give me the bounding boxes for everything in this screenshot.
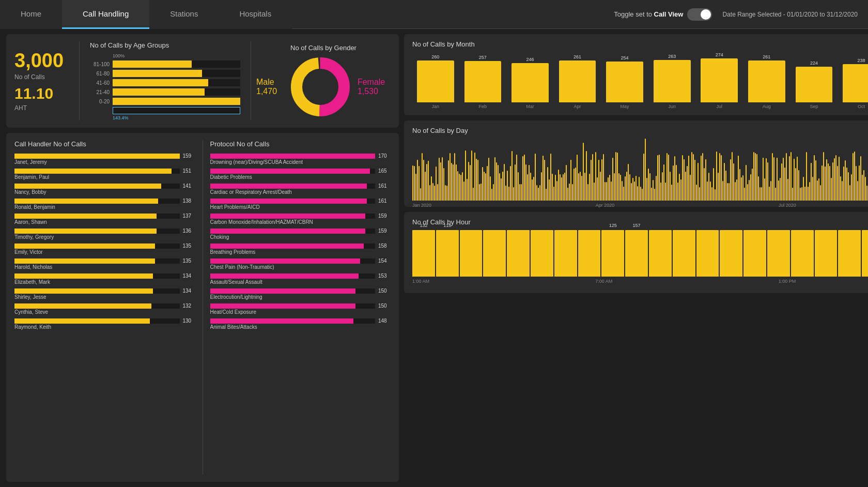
day-bar xyxy=(845,160,846,201)
day-axis-label: Jul 2020 xyxy=(779,203,796,208)
hour-bar xyxy=(673,230,695,277)
handler-item: 151 Benjamin, Paul xyxy=(14,168,195,180)
age-pct-label: 100% xyxy=(113,53,240,58)
day-bar xyxy=(851,174,852,201)
handler-bar-count: 137 xyxy=(183,213,195,219)
month-chart: 260 Jan 257 Feb 246 Mar 261 Apr 254 May … xyxy=(412,52,868,109)
day-bar xyxy=(783,158,784,201)
day-bar xyxy=(808,187,809,201)
handler-bar-row: 141 xyxy=(14,183,195,189)
tab-home[interactable]: Home xyxy=(0,0,62,29)
day-bar xyxy=(797,157,798,201)
day-bar xyxy=(724,163,725,201)
day-bar xyxy=(645,139,646,201)
month-bar xyxy=(654,60,691,102)
hour-bar xyxy=(815,230,838,277)
handler-item: 137 Aaron, Shawn xyxy=(14,213,195,225)
age-bar-bg xyxy=(113,60,240,68)
day-bar xyxy=(812,177,813,201)
day-bar xyxy=(699,187,700,201)
day-bar xyxy=(456,164,457,201)
day-bar xyxy=(670,172,671,201)
handler-bar-count: 151 xyxy=(183,168,195,174)
protocol-name: Assault/Sexual Assault xyxy=(210,279,391,285)
protocol-name: Carbon Monoxide/Inhalation/HAZMAT/CBRN xyxy=(210,219,391,225)
protocol-item: 154 Chest Pain (Non-Traumatic) xyxy=(210,258,391,270)
day-axis-label: Apr 2020 xyxy=(596,203,615,208)
protocol-name: Breathing Problems xyxy=(210,249,391,255)
day-bar xyxy=(481,184,482,201)
day-bar xyxy=(546,189,547,201)
protocol-bar-fill xyxy=(210,199,367,204)
hour-axis-label: 1:00 PM xyxy=(779,279,796,284)
toggle-knob xyxy=(701,9,711,20)
day-bar xyxy=(863,170,864,201)
hour-bar-wrap xyxy=(862,230,868,277)
day-bars xyxy=(412,139,868,201)
day-bar xyxy=(842,181,843,201)
hour-bar-wrap xyxy=(720,230,742,277)
day-bar xyxy=(758,176,759,201)
age-bar-row: 0-20 xyxy=(90,98,240,105)
handler-bar-fill xyxy=(14,229,157,234)
month-col: 254 May xyxy=(601,55,648,109)
tab-hospitals[interactable]: Hospitals xyxy=(219,0,292,29)
tab-call-handling[interactable]: Call Handling xyxy=(62,0,149,29)
day-bar xyxy=(806,152,807,201)
handler-bar-fill xyxy=(14,318,150,324)
hour-bar-wrap: 157 xyxy=(625,230,648,277)
day-bar xyxy=(591,160,592,201)
day-bar xyxy=(597,177,598,201)
day-axis-label: Jan 2020 xyxy=(412,203,431,208)
protocol-bar-fill xyxy=(210,258,361,264)
protocol-name: Electrocution/Lightning xyxy=(210,294,391,300)
day-bar xyxy=(814,155,815,201)
age-bars: 81-100 61-80 41-60 21-40 0-20 xyxy=(90,60,240,114)
day-bar xyxy=(608,177,609,201)
protocol-bar-fill xyxy=(210,303,355,309)
protocol-bar-count: 153 xyxy=(378,273,391,279)
month-value: 238 xyxy=(857,58,865,63)
day-bar xyxy=(643,154,644,201)
day-bar xyxy=(777,158,778,201)
protocol-bar-row: 150 xyxy=(210,303,391,309)
month-bar-wrap xyxy=(601,62,648,102)
day-bar xyxy=(518,172,519,201)
day-bar xyxy=(451,163,452,201)
nav-right: Toggle set to Call View Date Range Selec… xyxy=(614,8,868,21)
month-bar xyxy=(559,60,596,102)
day-bar xyxy=(786,153,787,201)
hour-bar-annotation: 118 xyxy=(443,223,451,228)
month-label: Jul xyxy=(717,104,723,109)
day-bar xyxy=(809,182,810,201)
day-bar xyxy=(671,185,672,201)
day-bar xyxy=(656,176,657,201)
tab-stations[interactable]: Stations xyxy=(149,0,219,29)
age-bar-fill xyxy=(113,79,208,86)
protocol-bar-count: 170 xyxy=(378,153,391,159)
day-bar xyxy=(594,182,595,201)
day-bar xyxy=(640,187,641,201)
day-bar xyxy=(445,185,446,201)
day-bar xyxy=(436,166,437,201)
day-bar xyxy=(470,165,471,201)
month-col: 238 Oct xyxy=(838,58,868,109)
age-group-label: 81-100 xyxy=(90,62,110,67)
day-bar xyxy=(634,181,635,201)
handler-name: Shirley, Jesse xyxy=(14,294,195,300)
month-bar-wrap xyxy=(460,61,506,102)
toggle-switch[interactable] xyxy=(687,8,712,21)
age-bar-bg xyxy=(113,79,240,86)
hour-bar xyxy=(578,230,601,277)
month-bar xyxy=(796,67,833,102)
hour-bar-wrap xyxy=(767,230,790,277)
month-value: 274 xyxy=(716,52,723,57)
day-bar xyxy=(454,153,455,201)
handler-bar-row: 159 xyxy=(14,153,195,159)
day-bar xyxy=(575,168,576,201)
day-bar xyxy=(549,179,550,201)
day-bar xyxy=(547,167,548,201)
day-bar xyxy=(516,155,517,201)
day-bar xyxy=(501,178,502,201)
day-bar xyxy=(794,159,795,201)
